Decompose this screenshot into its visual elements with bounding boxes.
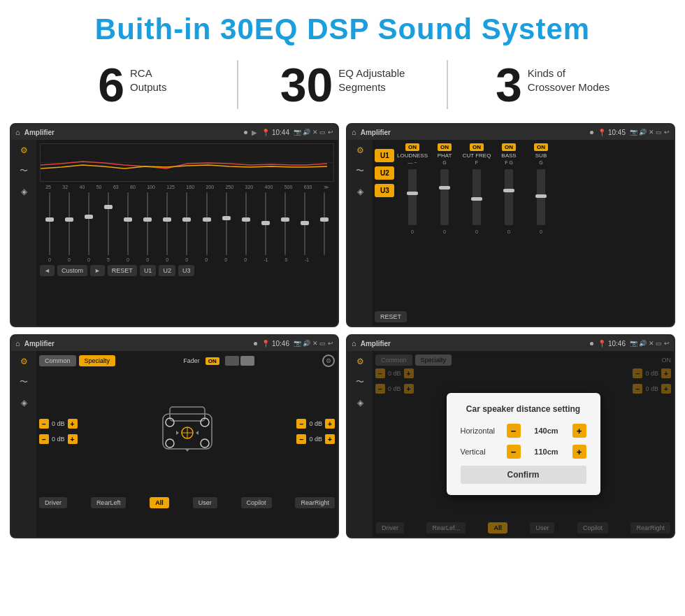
amp-u3-btn[interactable]: U3 xyxy=(375,184,394,197)
dist-rearright-btn[interactable]: RearRight xyxy=(630,522,670,533)
eq-reset-btn[interactable]: RESET xyxy=(108,265,137,276)
amp-body: ⚙ 〜 ◈ U1 U2 U3 ON xyxy=(347,140,674,326)
eq-speaker-icon[interactable]: ◈ xyxy=(21,187,27,196)
dist-dialog-title: Car speaker distance setting xyxy=(461,404,586,414)
eq-content: 2532405063 80100125160200 25032040050063… xyxy=(36,140,338,326)
bass-slider[interactable] xyxy=(505,169,513,225)
cross-driver-btn[interactable]: Driver xyxy=(39,497,67,508)
eq-wave-icon[interactable]: 〜 xyxy=(20,165,28,177)
cross-plus-2[interactable]: + xyxy=(68,434,78,444)
sub-slider[interactable] xyxy=(537,169,545,225)
cross-all-btn[interactable]: All xyxy=(150,497,169,508)
cross-minus-3[interactable]: − xyxy=(296,419,306,429)
dist-speaker-icon[interactable]: ◈ xyxy=(357,398,363,408)
eq-slider-2[interactable] xyxy=(88,192,89,255)
cross-specialty-tab[interactable]: Specialty xyxy=(79,355,116,366)
dist-horizontal-minus[interactable]: − xyxy=(507,424,521,438)
play-icon: ▶ xyxy=(252,129,257,136)
amp-wave-icon[interactable]: 〜 xyxy=(356,165,364,177)
eq-sliders xyxy=(40,192,334,255)
eq-slider-5[interactable] xyxy=(147,192,148,255)
dist-wave-icon[interactable]: 〜 xyxy=(356,376,364,388)
cross-minus-1[interactable]: − xyxy=(39,419,49,429)
eq-slider-8[interactable] xyxy=(206,192,208,255)
dist-filter-icon[interactable]: ⚙ xyxy=(356,357,364,366)
cross-rearright-btn[interactable]: RearRight xyxy=(295,497,335,508)
dist-rearleft-btn[interactable]: RearLef... xyxy=(426,522,466,533)
cross-db-row-2: − 0 dB + xyxy=(39,434,78,444)
dist-all-btn[interactable]: All xyxy=(488,522,507,533)
eq-title: Amplifier xyxy=(24,129,240,136)
amp-speaker-icon[interactable]: ◈ xyxy=(357,187,363,196)
cross-minus-2[interactable]: − xyxy=(39,434,49,444)
eq-slider-11[interactable] xyxy=(265,192,266,255)
cross-speaker-icon[interactable]: ◈ xyxy=(21,398,27,408)
amp-content: U1 U2 U3 ON LOUDNESS —~ xyxy=(373,140,674,326)
eq-slider-6[interactable] xyxy=(166,192,168,255)
cross-plus-1[interactable]: + xyxy=(68,419,78,429)
dist-vertical-minus[interactable]: − xyxy=(507,445,521,459)
eq-next-btn[interactable]: ► xyxy=(90,265,105,276)
dist-user-btn[interactable]: User xyxy=(530,522,554,533)
eq-slider-3[interactable] xyxy=(108,192,109,255)
loudness-on-badge: ON xyxy=(405,143,419,151)
cross-plus-3[interactable]: + xyxy=(325,419,335,429)
home-icon[interactable]: ⌂ xyxy=(15,128,20,136)
amp-filter-icon[interactable]: ⚙ xyxy=(356,145,364,155)
eq-svg xyxy=(41,144,333,181)
cross-rearleft-btn[interactable]: RearLeft xyxy=(91,497,127,508)
amp-channel-sub: ON SUB G 0 xyxy=(526,143,556,308)
dist-copilot-btn[interactable]: Copilot xyxy=(577,522,608,533)
amp-status-dot xyxy=(590,131,593,134)
eq-u1-btn[interactable]: U1 xyxy=(140,265,157,276)
sub-on-badge: ON xyxy=(534,143,548,151)
cross-body: ⚙ 〜 ◈ Common Specialty Fader ON ⚙ xyxy=(11,351,338,537)
eq-val-labels: 00050 00000 0-10-1 xyxy=(40,257,334,262)
confirm-button[interactable]: Confirm xyxy=(461,466,586,484)
eq-slider-10[interactable] xyxy=(245,192,247,255)
eq-slider-7[interactable] xyxy=(186,192,187,255)
stat-divider-2 xyxy=(447,60,448,109)
amp-u2-btn[interactable]: U2 xyxy=(375,166,394,180)
loudness-label: LOUDNESS xyxy=(397,152,428,159)
cross-plus-4[interactable]: + xyxy=(325,434,335,444)
eq-slider-13[interactable] xyxy=(304,192,305,255)
eq-u2-btn[interactable]: U2 xyxy=(159,265,175,276)
eq-filter-icon[interactable]: ⚙ xyxy=(20,145,28,155)
screens-grid: ⌂ Amplifier ▶ 📍 10:44 📷 🔊 ✕ ▭ ↩ ⚙ 〜 ◈ xyxy=(0,119,685,545)
eq-prev-btn[interactable]: ◄ xyxy=(40,265,55,276)
loudness-slider[interactable] xyxy=(408,169,417,225)
amp-home-icon[interactable]: ⌂ xyxy=(352,128,356,136)
eq-body: ⚙ 〜 ◈ xyxy=(11,140,338,326)
sub-label: SUB xyxy=(535,152,547,159)
dist-vertical-plus[interactable]: + xyxy=(572,445,586,459)
dist-driver-btn[interactable]: Driver xyxy=(376,522,404,533)
eq-u3-btn[interactable]: U3 xyxy=(178,265,195,276)
eq-slider-9[interactable] xyxy=(226,192,227,255)
cross-settings-icon[interactable]: ⚙ xyxy=(326,357,331,364)
eq-slider-14[interactable] xyxy=(324,192,325,255)
cross-wave-icon[interactable]: 〜 xyxy=(20,376,28,388)
cutfreq-slider[interactable] xyxy=(473,169,481,225)
eq-slider-1[interactable] xyxy=(68,192,70,255)
cross-common-tab[interactable]: Common xyxy=(39,355,76,366)
dist-home-icon[interactable]: ⌂ xyxy=(352,339,356,348)
eq-slider-12[interactable] xyxy=(284,192,286,255)
cross-filter-icon[interactable]: ⚙ xyxy=(20,357,28,366)
amp-u1-btn[interactable]: U1 xyxy=(375,149,394,162)
phat-slider[interactable] xyxy=(440,169,449,225)
stat-label-rca: RCAOutputs xyxy=(130,61,167,94)
cross-copilot-btn[interactable]: Copilot xyxy=(241,497,272,508)
amp-reset-btn[interactable]: RESET xyxy=(375,311,407,322)
dist-topbar: ⌂ Amplifier 📍 10:46 📷 🔊 ✕ ▭ ↩ xyxy=(347,336,674,351)
eq-custom-btn[interactable]: Custom xyxy=(57,265,87,276)
cross-home-icon[interactable]: ⌂ xyxy=(15,339,20,348)
car-diagram xyxy=(152,400,222,463)
cross-user-btn[interactable]: User xyxy=(193,497,217,508)
eq-slider-0[interactable] xyxy=(49,192,50,255)
eq-controls: ◄ Custom ► RESET U1 U2 U3 xyxy=(40,265,334,276)
dist-horizontal-plus[interactable]: + xyxy=(572,424,586,438)
cross-minus-4[interactable]: − xyxy=(296,434,306,444)
dist-screen: ⌂ Amplifier 📍 10:46 📷 🔊 ✕ ▭ ↩ ⚙ 〜 ◈ Comm… xyxy=(346,334,675,538)
eq-slider-4[interactable] xyxy=(127,192,129,255)
